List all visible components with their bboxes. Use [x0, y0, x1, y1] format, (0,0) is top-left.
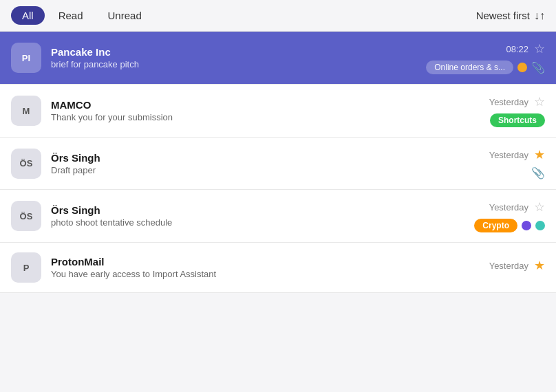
sort-icon: ↓↑ [534, 10, 545, 22]
star-icon[interactable]: ★ [534, 147, 545, 162]
dot-purple [522, 221, 531, 230]
email-preview: You have early access to Import Assistan… [51, 269, 480, 279]
sort-control[interactable]: Newest first ↓↑ [476, 10, 545, 22]
filter-bar: All Read Unread Newest first ↓↑ [0, 0, 556, 32]
star-icon[interactable]: ★ [534, 258, 545, 273]
avatar: P [11, 252, 41, 283]
email-content: MAMCO Thank you for your submission [51, 99, 480, 122]
email-meta-bottom: Shortcuts [490, 113, 545, 127]
email-meta-bottom: Crypto [474, 219, 545, 232]
preview-tag: Online orders & s... [426, 61, 513, 74]
email-right: Yesterday ☆ Shortcuts [489, 94, 545, 127]
email-meta-top: Yesterday ★ [489, 258, 545, 273]
email-time: Yesterday [489, 97, 528, 107]
email-sender: Pancake Inc [51, 46, 416, 58]
email-time: Yesterday [489, 261, 528, 271]
star-icon[interactable]: ☆ [534, 94, 545, 109]
email-sender: Örs Singh [51, 152, 480, 164]
filter-tabs: All Read Unread [11, 6, 153, 25]
paperclip-icon: 📎 [531, 61, 545, 74]
email-row[interactable]: M MAMCO Thank you for your submission Ye… [0, 85, 556, 138]
email-sender: Örs Singh [51, 204, 464, 216]
tab-read[interactable]: Read [47, 6, 94, 25]
email-sender: MAMCO [51, 99, 480, 111]
email-time: Yesterday [489, 202, 528, 213]
email-content: Örs Singh Draft paper [51, 152, 480, 175]
star-icon[interactable]: ☆ [534, 41, 545, 56]
email-meta-bottom: Online orders & s... 📎 [426, 61, 545, 74]
email-meta-top: Yesterday ☆ [489, 94, 545, 109]
email-meta-bottom: 📎 [531, 166, 545, 179]
email-right: Yesterday ☆ Crypto [474, 199, 545, 232]
email-meta-top: Yesterday ★ [489, 147, 545, 162]
tag-crypto: Crypto [474, 219, 517, 232]
email-content: Örs Singh photo shoot tentative schedule [51, 204, 464, 228]
avatar: M [11, 96, 41, 126]
email-row[interactable]: P ProtonMail You have early access to Im… [0, 243, 556, 293]
tab-all[interactable]: All [11, 6, 45, 25]
email-meta-top: Yesterday ☆ [489, 199, 545, 215]
sort-label: Newest first [476, 10, 530, 21]
email-preview: brief for pancake pitch [51, 59, 416, 69]
email-time: 08:22 [506, 44, 528, 54]
email-preview: Thank you for your submission [51, 112, 480, 122]
dot-orange [517, 63, 527, 72]
email-list: PI Pancake Inc brief for pancake pitch 0… [0, 32, 556, 293]
email-sender: ProtonMail [51, 256, 480, 268]
email-right: Yesterday ★ 📎 [489, 147, 545, 179]
avatar: ÖS [11, 149, 41, 179]
email-right: Yesterday ★ [489, 258, 545, 277]
email-preview: Draft paper [51, 165, 480, 175]
email-preview: photo shoot tentative schedule [51, 217, 464, 228]
email-row[interactable]: PI Pancake Inc brief for pancake pitch 0… [0, 32, 556, 85]
email-content: ProtonMail You have early access to Impo… [51, 256, 480, 279]
email-row[interactable]: ÖS Örs Singh Draft paper Yesterday ★ 📎 [0, 138, 556, 190]
paperclip-icon: 📎 [531, 166, 545, 179]
email-meta-top: 08:22 ☆ [506, 41, 545, 56]
email-right: 08:22 ☆ Online orders & s... 📎 [426, 41, 545, 74]
tag-shortcuts: Shortcuts [490, 113, 545, 127]
avatar: ÖS [11, 201, 41, 231]
star-icon[interactable]: ☆ [534, 199, 545, 215]
email-row[interactable]: ÖS Örs Singh photo shoot tentative sched… [0, 190, 556, 243]
email-time: Yesterday [489, 150, 528, 160]
dot-teal [535, 221, 545, 230]
tab-unread[interactable]: Unread [97, 6, 153, 25]
avatar: PI [11, 43, 41, 73]
email-content: Pancake Inc brief for pancake pitch [51, 46, 416, 69]
